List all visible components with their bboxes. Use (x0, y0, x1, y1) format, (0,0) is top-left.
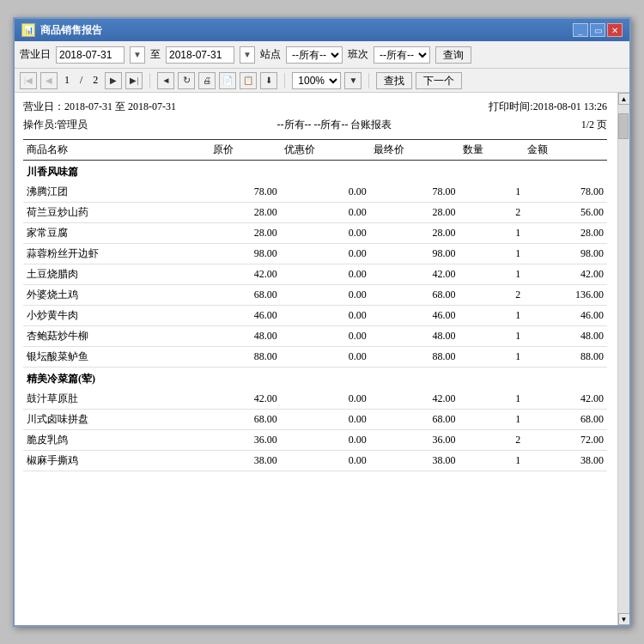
item-quantity: 1 (459, 244, 525, 264)
col-amount: 金额 (524, 140, 607, 161)
item-name: 小炒黄牛肉 (23, 306, 210, 326)
report-table: 商品名称 原价 优惠价 最终价 数量 金额 川香风味篇 沸腾江团 78.00 0… (23, 139, 607, 471)
table-row: 家常豆腐 28.00 0.00 28.00 1 28.00 (23, 223, 607, 244)
item-discount-price: 0.00 (281, 285, 370, 306)
zoom-dropdown-button[interactable]: ▼ (344, 72, 361, 89)
date-from-input[interactable] (56, 46, 125, 64)
item-final-price: 98.00 (370, 244, 459, 264)
item-name: 荷兰豆炒山药 (23, 203, 210, 223)
item-quantity: 1 (459, 264, 525, 285)
item-final-price: 88.00 (370, 347, 459, 368)
download-button[interactable]: ⬇ (260, 72, 277, 89)
first-page-button[interactable]: |◀ (20, 72, 37, 89)
back-button[interactable]: ◄ (157, 72, 174, 89)
item-name: 蒜蓉粉丝开边虾 (23, 244, 210, 264)
item-quantity: 1 (459, 306, 525, 326)
table-row: 杏鲍菇炒牛柳 48.00 0.00 48.00 1 48.00 (23, 326, 607, 347)
main-window: 📊 商品销售报告 _ ▭ ✕ 营业日 ▼ 至 ▼ 站点 --所有-- 班次 --… (13, 17, 631, 627)
table-row: 川式卤味拼盘 68.00 0.00 68.00 1 68.00 (23, 410, 607, 430)
item-original-price: 42.00 (210, 264, 281, 285)
copy-button[interactable]: 📋 (240, 72, 257, 89)
page-current: 1 (64, 74, 70, 87)
table-row: 精美冷菜篇(荤) (23, 368, 607, 390)
item-final-price: 28.00 (370, 203, 459, 223)
zoom-select[interactable]: 100% (292, 72, 341, 89)
close-button[interactable]: ✕ (607, 23, 623, 37)
minimize-button[interactable]: _ (573, 23, 588, 37)
item-original-price: 88.00 (210, 347, 281, 368)
date-to-input[interactable] (166, 46, 234, 64)
shift-select[interactable]: --所有-- (374, 46, 430, 64)
table-row: 川香风味篇 (23, 161, 607, 183)
item-discount-price: 0.00 (281, 430, 370, 451)
item-amount: 136.00 (524, 285, 607, 306)
item-name: 外婆烧土鸡 (23, 285, 210, 306)
content-inner: 营业日：2018-07-31 至 2018-07-31 打印时间:2018-08… (23, 100, 621, 618)
item-discount-price: 0.00 (281, 347, 370, 368)
search-button[interactable]: 查找 (376, 72, 412, 89)
print-button[interactable]: 🖨 (198, 72, 216, 89)
item-amount: 88.00 (524, 347, 607, 368)
item-quantity: 1 (459, 223, 525, 244)
table-row: 椒麻手撕鸡 38.00 0.00 38.00 1 38.00 (23, 451, 607, 471)
item-original-price: 42.00 (210, 389, 281, 410)
last-page-button[interactable]: ▶| (125, 72, 143, 89)
item-discount-price: 0.00 (281, 410, 370, 430)
item-quantity: 1 (459, 182, 525, 203)
window-icon: 📊 (21, 23, 35, 37)
item-quantity: 2 (459, 430, 525, 451)
scroll-down-button[interactable]: ▼ (618, 613, 630, 625)
item-original-price: 68.00 (210, 285, 281, 306)
table-row: 脆皮乳鸽 36.00 0.00 36.00 2 72.00 (23, 430, 607, 451)
scroll-track[interactable] (618, 105, 630, 613)
table-header-row: 商品名称 原价 优惠价 最终价 数量 金额 (23, 140, 607, 161)
item-final-price: 36.00 (370, 430, 459, 451)
item-quantity: 1 (459, 326, 525, 347)
export-button[interactable]: 📄 (219, 72, 236, 89)
restore-button[interactable]: ▭ (590, 23, 605, 37)
item-discount-price: 0.00 (281, 264, 370, 285)
next-page-button[interactable]: ▶ (105, 72, 122, 89)
item-final-price: 42.00 (370, 264, 459, 285)
item-name: 鼓汁草原肚 (23, 389, 210, 410)
item-final-price: 68.00 (370, 410, 459, 430)
prev-page-button[interactable]: ◀ (40, 72, 58, 89)
to-label: 至 (150, 47, 161, 62)
print-time: 打印时间:2018-08-01 13:26 (489, 100, 607, 114)
date-from-calendar-button[interactable]: ▼ (130, 46, 145, 64)
category-name: 精美冷菜篇(荤) (23, 368, 607, 390)
next-search-button[interactable]: 下一个 (416, 72, 462, 89)
item-amount: 28.00 (524, 223, 607, 244)
vertical-scrollbar[interactable]: ▲ ▼ (617, 93, 629, 625)
station-label: 站点 (260, 47, 281, 62)
item-quantity: 1 (459, 410, 525, 430)
item-amount: 46.00 (524, 306, 607, 326)
item-original-price: 98.00 (210, 244, 281, 264)
page-label: 1/2 页 (581, 118, 607, 132)
query-button[interactable]: 查询 (435, 46, 471, 64)
item-original-price: 28.00 (210, 203, 281, 223)
filter-label: --所有-- --所有-- 台账报表 (88, 118, 580, 132)
date-to-calendar-button[interactable]: ▼ (240, 46, 255, 64)
category-name: 川香风味篇 (23, 161, 607, 183)
refresh-button[interactable]: ↻ (178, 72, 195, 89)
station-select[interactable]: --所有-- (286, 46, 343, 64)
table-row: 银坛酸菜鲈鱼 88.00 0.00 88.00 1 88.00 (23, 347, 607, 368)
separator-1 (149, 73, 150, 88)
item-amount: 38.00 (524, 451, 607, 471)
item-final-price: 38.00 (370, 451, 459, 471)
item-original-price: 46.00 (210, 306, 281, 326)
col-product-name: 商品名称 (23, 140, 210, 161)
item-name: 椒麻手撕鸡 (23, 451, 210, 471)
col-original-price: 原价 (210, 140, 281, 161)
scroll-up-button[interactable]: ▲ (618, 93, 630, 105)
item-quantity: 2 (459, 285, 525, 306)
item-name: 银坛酸菜鲈鱼 (23, 347, 210, 368)
report-header: 营业日：2018-07-31 至 2018-07-31 打印时间:2018-08… (23, 100, 607, 114)
scroll-thumb[interactable] (618, 113, 629, 139)
page-sep: / (80, 74, 82, 87)
item-original-price: 36.00 (210, 430, 281, 451)
item-original-price: 48.00 (210, 326, 281, 347)
item-amount: 48.00 (524, 326, 607, 347)
shift-label: 班次 (348, 47, 368, 62)
